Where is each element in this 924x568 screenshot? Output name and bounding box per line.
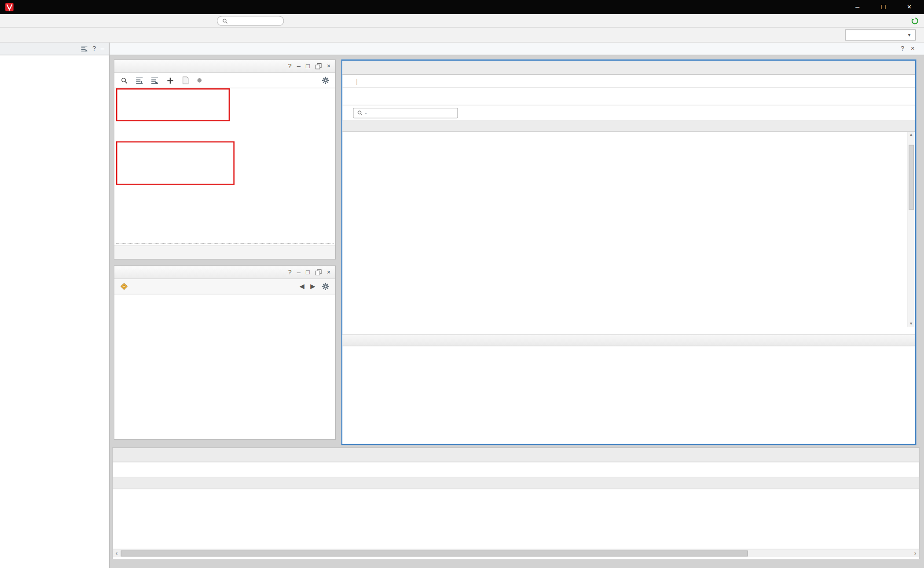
splitter-handle[interactable] <box>116 243 334 244</box>
ip-properties-icons: ? – □ × <box>288 269 330 276</box>
flow-navigator-header: ? – <box>0 42 110 55</box>
window-controls: – □ × <box>853 3 919 11</box>
close-panel-icon[interactable]: × <box>327 63 331 69</box>
ip-properties-subheader: ◀ ▶ <box>114 279 335 295</box>
annotation-rect-simulation-sources <box>116 141 235 185</box>
search-icon <box>222 18 228 24</box>
float-panel-icon[interactable] <box>315 63 322 69</box>
maximize-panel-icon[interactable]: □ <box>306 63 310 69</box>
catalog-table-header <box>342 121 915 132</box>
scroll-up-icon[interactable]: ▲ <box>909 132 913 138</box>
maximize-panel-icon[interactable]: □ <box>306 269 310 276</box>
settings-gear-icon[interactable] <box>321 282 330 291</box>
sources-toolbar <box>114 73 335 88</box>
help-icon[interactable]: ? <box>901 45 904 52</box>
main-body: ? – □ × <box>0 55 924 568</box>
search-icon <box>356 109 363 116</box>
menubar <box>0 14 924 28</box>
close-button[interactable]: × <box>905 3 913 11</box>
vivado-logo-icon <box>5 3 14 11</box>
ip-properties-panel: ? – □ × ◀ ▶ <box>114 266 336 440</box>
vertical-scrollbar[interactable]: ▲ ▼ <box>908 132 914 327</box>
subheader: ? – ? × <box>0 42 924 55</box>
ip-core-icon <box>120 282 128 291</box>
catalog-subtabs: | <box>342 75 915 87</box>
sources-bottom-tabs <box>114 245 335 259</box>
sources-panel-header: ? – □ × <box>114 60 335 73</box>
details-fields <box>342 346 915 444</box>
minimize-panel-icon[interactable]: – <box>101 45 104 52</box>
runs-toolbar <box>113 462 919 477</box>
scroll-right-icon[interactable]: › <box>913 550 918 557</box>
vivado-window: – □ × ▼ ? – <box>0 0 924 568</box>
next-object-icon[interactable]: ▶ <box>310 283 315 290</box>
settings-gear-icon[interactable] <box>321 76 330 85</box>
message-badge[interactable] <box>196 76 205 85</box>
workspace: ? – □ × <box>110 55 924 568</box>
scrollbar-thumb[interactable] <box>909 145 914 209</box>
titlebar: – □ × <box>0 0 924 14</box>
close-panel-icon[interactable]: × <box>327 269 331 276</box>
runs-tabbar <box>113 448 919 462</box>
help-icon[interactable]: ? <box>92 45 96 52</box>
badge-dot-icon <box>196 76 202 85</box>
ip-properties-fields <box>114 295 335 301</box>
ip-properties-header: ? – □ × <box>114 266 335 279</box>
menubar-status <box>898 16 924 25</box>
sources-panel-icons: ? – □ × <box>288 63 330 69</box>
previous-object-icon[interactable]: ◀ <box>299 283 304 290</box>
design-runs-panel: ‹ › <box>112 448 920 559</box>
minimize-button[interactable]: – <box>853 3 862 11</box>
collapse-all-icon[interactable] <box>135 76 144 85</box>
ip-catalog-panel: | - ▲ ▼ <box>341 59 916 445</box>
runs-table-header <box>113 477 919 489</box>
close-banner-icon[interactable]: × <box>911 45 915 52</box>
annotation-rect-design-sources <box>116 88 230 121</box>
main-toolbar: ▼ <box>0 28 924 42</box>
horizontal-scrollbar[interactable]: ‹ › <box>113 549 919 557</box>
sources-tree <box>114 88 335 243</box>
scroll-down-icon[interactable]: ▼ <box>909 321 913 327</box>
catalog-tabbar <box>342 61 915 75</box>
float-panel-icon[interactable] <box>315 269 322 276</box>
project-manager-banner: ? × <box>110 42 924 55</box>
scroll-left-icon[interactable]: ‹ <box>114 550 119 557</box>
search-icon[interactable] <box>120 76 128 85</box>
catalog-toolbar <box>342 88 915 106</box>
file-icon[interactable] <box>181 76 190 85</box>
catalog-search-row: - <box>342 106 915 121</box>
flow-navigator-header-icons: ? – <box>81 44 104 53</box>
banner-icons: ? × <box>901 45 918 52</box>
collapse-all-icon[interactable] <box>81 44 88 53</box>
minimize-panel-icon[interactable]: – <box>297 269 301 276</box>
scrollbar-thumb[interactable] <box>121 550 748 556</box>
progress-spinner-icon <box>910 16 919 25</box>
help-icon[interactable]: ? <box>288 63 291 69</box>
flow-navigator <box>0 55 110 568</box>
help-icon[interactable]: ? <box>288 269 291 276</box>
maximize-button[interactable]: □ <box>879 3 887 11</box>
layout-selector[interactable]: ▼ <box>845 29 916 40</box>
quick-access-search[interactable] <box>217 16 284 26</box>
details-header <box>342 335 915 346</box>
expand-all-icon[interactable] <box>150 76 159 85</box>
minimize-panel-icon[interactable]: – <box>297 63 301 69</box>
sources-panel: ? – □ × <box>114 59 336 259</box>
chevron-down-icon: ▼ <box>907 33 912 37</box>
catalog-search-input[interactable]: - <box>353 107 458 118</box>
subtab-separator: | <box>356 77 358 84</box>
add-sources-icon[interactable] <box>165 76 174 85</box>
